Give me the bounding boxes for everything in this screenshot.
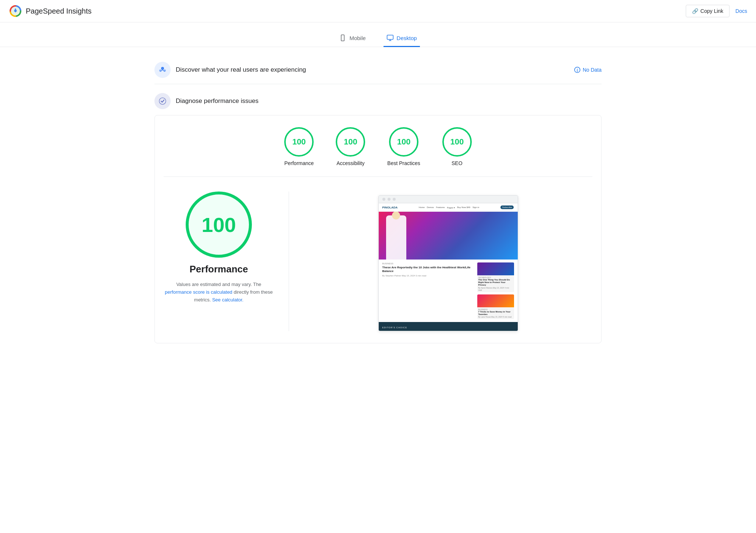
performance-circle: 100 [284,127,314,157]
screenshot-browser-bar [379,196,518,203]
score-item-best-practices: 100 Best Practices [387,127,420,166]
ss-articles: BUSINESS These Are Reportedly the 10 Job… [379,260,518,322]
discover-section: Discover what your real users are experi… [154,56,602,84]
ss-navbar: PINOLADA Home Demos Features Pages ▾ Buy… [379,203,518,212]
ss-side-title-1: The One Thing You Should Do Right Now to… [478,279,513,287]
diagnose-section: Diagnose performance issues 100 Performa… [154,93,602,343]
ss-hero [379,212,518,260]
performance-large-value: 100 [202,213,236,237]
ss-side-text-2: BUSINESS 7 Tricks to Save Money in Your … [477,307,514,319]
performance-detail-section: 100 Performance Values are estimated and… [164,192,592,331]
discover-icon-wrap [154,62,171,78]
ss-editor-bar: EDITOR'S CHOICE [379,322,518,331]
accessibility-circle: 100 [336,127,365,157]
score-item-performance: 100 Performance [284,127,314,166]
copy-link-label: Copy Link [700,8,723,14]
browser-dot-3 [393,198,396,201]
best-practices-value: 100 [397,137,411,147]
performance-screenshot: PINOLADA Home Demos Features Pages ▾ Buy… [304,192,592,331]
ss-side-title-2: 7 Tricks to Save Money in Your Twenties [478,311,513,316]
svg-rect-2 [341,35,344,41]
desktop-icon [386,34,394,42]
best-practices-circle: 100 [389,127,418,157]
perf-score-link[interactable]: performance score is calculated [165,289,232,295]
ss-nav-links: Home Demos Features Pages ▾ Buy Now $49 … [419,206,479,209]
performance-large-circle: 100 [186,192,252,258]
ss-main-article: BUSINESS These Are Reportedly the 10 Job… [382,262,474,319]
no-data-badge: No Data [574,67,602,73]
seo-circle: 100 [442,127,472,157]
ss-subscribe-btn: Subscribe [500,205,514,209]
svg-point-7 [161,67,164,70]
tab-mobile[interactable]: Mobile [336,30,368,47]
ss-hero-image [379,212,518,260]
mobile-icon [339,34,346,42]
header-right: 🔗 Copy Link Docs [686,5,747,17]
ss-side-img-2 [477,294,514,307]
ss-side-articles: TECHNOLOGY The One Thing You Should Do R… [477,262,514,319]
svg-point-13 [159,98,166,104]
discover-left: Discover what your real users are experi… [154,62,306,78]
screenshot-frame: PINOLADA Home Demos Features Pages ▾ Buy… [378,195,518,331]
performance-detail-title: Performance [190,264,248,275]
scores-row: 100 Performance 100 Accessibility 100 Be… [164,127,592,177]
discover-title: Discover what your real users are experi… [176,66,306,74]
performance-label: Performance [284,160,314,166]
scores-card: 100 Performance 100 Accessibility 100 Be… [154,115,602,343]
perf-desc-text1: Values are estimated and may vary. The [176,282,261,287]
copy-link-button[interactable]: 🔗 Copy Link [686,5,730,17]
diagnose-header: Diagnose performance issues [154,93,602,109]
ss-main-title: These Are Reportedly the 10 Jobs with th… [382,266,474,273]
mobile-tab-label: Mobile [349,35,365,41]
ss-side-meta-2: By Lane House May 15, 2024 5 min read [478,316,513,318]
svg-rect-4 [387,35,393,40]
pagespeed-logo [9,4,22,18]
performance-description: Values are estimated and may vary. The p… [164,281,274,304]
browser-dot-2 [388,198,391,201]
performance-value: 100 [292,137,306,147]
header: PageSpeed Insights 🔗 Copy Link Docs [0,0,756,22]
docs-link[interactable]: Docs [735,8,747,14]
ss-side-img-1 [477,262,514,275]
ss-site-logo: PINOLADA [382,206,398,209]
link-icon: 🔗 [692,8,698,14]
ss-side-article-1: TECHNOLOGY The One Thing You Should Do R… [477,262,514,292]
perf-calculator-link[interactable]: See calculator. [212,297,243,303]
main-content: Discover what your real users are experi… [143,47,613,359]
header-left: PageSpeed Insights [9,4,92,18]
app-title: PageSpeed Insights [26,7,92,15]
best-practices-label: Best Practices [387,160,420,166]
performance-left: 100 Performance Values are estimated and… [164,192,274,304]
seo-value: 100 [450,137,464,147]
vertical-divider [289,192,289,331]
diagnose-title: Diagnose performance issues [176,97,258,105]
tab-desktop[interactable]: Desktop [384,30,420,47]
tabs-nav: Mobile Desktop [0,22,756,47]
ss-editor-tag: EDITOR'S CHOICE [382,326,407,329]
ss-main-tag: BUSINESS [382,262,474,265]
diagnose-icon-wrap [154,93,171,109]
score-item-seo: 100 SEO [442,127,472,166]
screenshot-content: PINOLADA Home Demos Features Pages ▾ Buy… [379,203,518,331]
svg-point-12 [577,71,578,71]
ss-side-meta-1: By Aaron Reeves May 15, 2024 4 min read [478,287,513,291]
seo-label: SEO [452,160,463,166]
ss-side-article-2: BUSINESS 7 Tricks to Save Money in Your … [477,294,514,319]
score-item-accessibility: 100 Accessibility [336,127,365,166]
browser-dot-1 [382,198,385,201]
accessibility-value: 100 [344,137,357,147]
no-data-label: No Data [583,67,602,73]
desktop-tab-label: Desktop [397,35,417,41]
accessibility-label: Accessibility [336,160,364,166]
ss-side-text-1: TECHNOLOGY The One Thing You Should Do R… [477,275,514,292]
ss-main-meta: By Stephen Palmer May 15, 2024 3 min rea… [382,275,474,277]
